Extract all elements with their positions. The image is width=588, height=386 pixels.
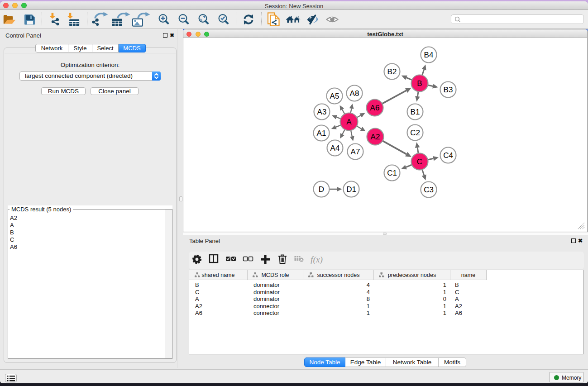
svg-text:C1: C1 bbox=[387, 169, 397, 177]
svg-text:D1: D1 bbox=[346, 185, 356, 194]
svg-text:A4: A4 bbox=[330, 144, 340, 152]
svg-text:B3: B3 bbox=[444, 86, 453, 94]
svg-text:C3: C3 bbox=[424, 186, 434, 194]
svg-text:D: D bbox=[319, 185, 324, 194]
svg-text:A8: A8 bbox=[350, 89, 359, 98]
svg-text:A1: A1 bbox=[317, 129, 326, 138]
svg-text:A5: A5 bbox=[330, 92, 339, 100]
svg-text:B2: B2 bbox=[387, 67, 397, 76]
svg-text:C4: C4 bbox=[443, 151, 453, 160]
svg-text:C: C bbox=[417, 157, 422, 166]
svg-text:B4: B4 bbox=[424, 51, 434, 59]
svg-text:A3: A3 bbox=[317, 108, 327, 116]
svg-text:C2: C2 bbox=[410, 129, 420, 137]
svg-text:A7: A7 bbox=[351, 148, 360, 156]
svg-text:B1: B1 bbox=[411, 108, 420, 116]
svg-text:A6: A6 bbox=[370, 104, 380, 112]
svg-text:B: B bbox=[417, 79, 422, 88]
svg-text:f(x): f(x) bbox=[311, 255, 323, 265]
svg-text:A: A bbox=[346, 118, 352, 126]
svg-text:A2: A2 bbox=[371, 133, 380, 141]
